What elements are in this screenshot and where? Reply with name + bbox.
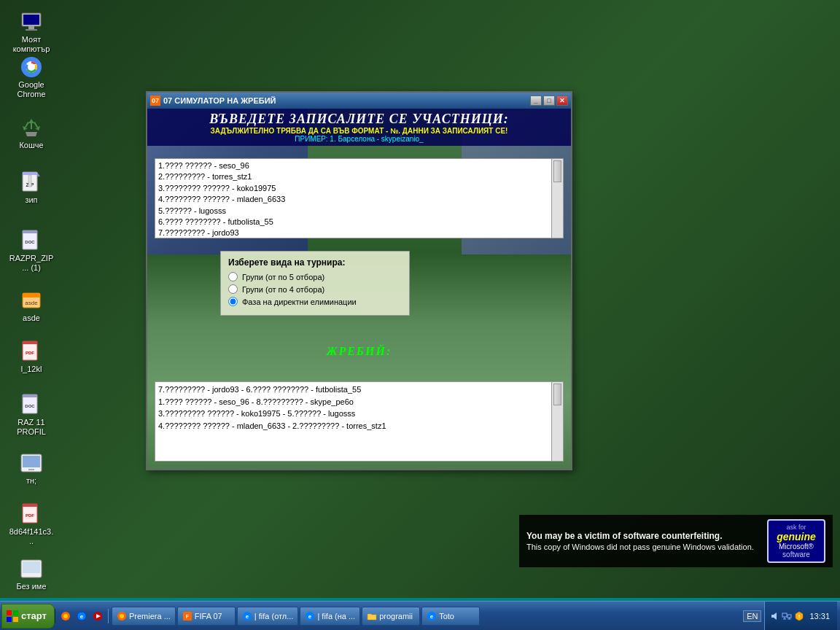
radio-option-4teams[interactable]: Групи (от по 4 отбора)	[228, 284, 402, 294]
title-bar-left: 07 07 СИМУЛАТОР НА ЖРЕБИЙ	[150, 96, 276, 106]
svg-text:e: e	[246, 613, 249, 620]
svg-text:asde: asde	[25, 300, 38, 306]
radio-option-5teams[interactable]: Групи (от по 5 отбора)	[228, 272, 402, 281]
svg-rect-33	[7, 617, 12, 622]
taskbar-item-premiera[interactable]: Premiera ...	[112, 607, 176, 626]
taskbar-fifa-otl-label: | fifa (отл...	[254, 612, 294, 621]
notification-area: ! 13:31	[764, 602, 837, 630]
genuine-body: This copy of Windows did not pass genuin…	[526, 542, 761, 551]
svg-text:DOC: DOC	[25, 404, 35, 408]
participants-scrollbar-thumb[interactable]	[553, 160, 561, 182]
svg-text:e: e	[80, 613, 84, 620]
desktop-icon-mycomputer[interactable]: Моят компютър	[6, 7, 57, 57]
radio-elimination[interactable]	[228, 297, 238, 306]
asde-icon: asde	[20, 289, 43, 312]
quicklaunch: e	[55, 609, 109, 623]
title-bar[interactable]: 07 07 СИМУЛАТОР НА ЖРЕБИЙ _ □ ✕	[147, 93, 571, 109]
participants-scrollbar[interactable]	[551, 159, 563, 238]
ql-ie[interactable]: e	[74, 609, 89, 623]
svg-point-36	[63, 614, 68, 618]
svg-point-42	[120, 614, 124, 618]
desktop-icon-recycle[interactable]: Кошче	[6, 113, 57, 153]
participants-textarea[interactable]	[155, 159, 563, 238]
8d64-label: 8d64f141c3...	[9, 527, 54, 546]
desktop-icon-zip1[interactable]: ZIP зип	[6, 168, 57, 208]
taskbar-item-fifa07[interactable]: F FIFA 07	[177, 607, 236, 626]
time-display: 13:31	[809, 612, 830, 621]
language-indicator[interactable]: EN	[743, 610, 761, 622]
title-buttons: _ □ ✕	[530, 96, 568, 106]
svg-text:F: F	[186, 614, 190, 619]
participants-area[interactable]	[155, 158, 564, 238]
desktop-icon-l12k[interactable]: PDF l_12kl	[6, 337, 57, 377]
ql-firefox[interactable]	[58, 609, 73, 623]
taskbar-programii-label: programii	[379, 612, 413, 621]
window-title: 07 СИМУЛАТОР НА ЖРЕБИЙ	[163, 96, 276, 105]
svg-rect-30	[23, 561, 40, 573]
asde-label: asde	[23, 314, 40, 323]
genuine-software: software	[774, 551, 818, 559]
fifa-taskbar-icon: F	[182, 611, 192, 621]
svg-rect-32	[13, 610, 18, 615]
8d64-icon: PDF	[20, 502, 43, 526]
genuine-badge[interactable]: ask for genuine Microsoft® software	[767, 519, 825, 563]
svg-rect-21	[23, 394, 37, 397]
tray-icon-3[interactable]: !	[794, 611, 804, 621]
ie-icon: e	[77, 611, 87, 621]
tn-icon	[20, 451, 43, 475]
tournament-select-title: Изберете вида на турнира:	[228, 257, 402, 268]
app-main-title: ВЪВЕДЕТЕ ЗАПИСАЛИТЕ СЕ УЧАСТНИЦИ:	[150, 112, 568, 127]
svg-rect-8	[23, 172, 37, 175]
maximize-button[interactable]: □	[543, 96, 555, 106]
svg-rect-3	[26, 29, 37, 31]
taskbar-items: Premiera ... F FIFA 07 e | fifa (отл... …	[109, 607, 740, 626]
radio-option-elimination[interactable]: Фаза на директни елиминации	[228, 297, 402, 306]
results-scrollbar-thumb[interactable]	[553, 384, 561, 405]
taskbar-item-fifa-na[interactable]: e | fifa (на ...	[300, 607, 360, 626]
results-area[interactable]: 7.????????? - jordo93 - 6.???? ???????? …	[155, 381, 564, 462]
results-scrollbar[interactable]	[551, 382, 563, 461]
desktop-icon-8d64[interactable]: PDF 8d64f141c3...	[6, 499, 57, 549]
desktop-icon-bezime[interactable]: Без име	[6, 554, 57, 594]
app-content: ВЪВЕДЕТЕ ЗАПИСАЛИТЕ СЕ УЧАСТНИЦИ: ЗАДЪЛЖ…	[147, 109, 571, 469]
desktop-icon-razpr[interactable]: DOC RAZPR_ZIP... (1)	[6, 226, 57, 276]
raz11-icon: DOC	[20, 393, 43, 416]
ql-media[interactable]	[90, 609, 105, 623]
svg-text:PDF: PDF	[26, 513, 34, 518]
desktop: Моят компютър Google Chrome Кошче ZIP	[0, 0, 840, 598]
genuine-ask-for: ask for	[774, 524, 818, 531]
taskbar-item-programii[interactable]: programii	[362, 607, 420, 626]
desktop-icon-tn[interactable]: тн;	[6, 448, 57, 489]
tray-icon-2[interactable]	[782, 611, 792, 621]
svg-point-6	[28, 63, 35, 71]
start-button[interactable]: старт	[1, 604, 55, 629]
tray-icon-1[interactable]	[769, 611, 779, 621]
svg-rect-2	[28, 26, 34, 29]
zip1-icon: ZIP	[20, 171, 43, 194]
zip1-label: зип	[25, 195, 37, 205]
taskbar-fifa-na-label: | fifa (на ...	[317, 612, 355, 621]
svg-rect-10	[28, 175, 31, 187]
clock[interactable]: 13:31	[806, 612, 833, 621]
taskbar-item-toto[interactable]: e Toto	[421, 607, 480, 626]
desktop-icon-raz11[interactable]: DOC RAZ 11 PROFIL	[6, 390, 57, 440]
taskbar-premiera-label: Premiera ...	[129, 612, 171, 621]
taskbar-fifa07-label: FIFA 07	[195, 612, 222, 621]
desktop-icon-chrome[interactable]: Google Chrome	[6, 52, 57, 102]
folder-taskbar-icon	[367, 611, 377, 621]
radio-4teams[interactable]	[228, 284, 238, 294]
mycomputer-icon	[20, 10, 43, 34]
chrome-icon	[20, 55, 43, 79]
svg-rect-15	[23, 293, 40, 298]
close-button[interactable]: ✕	[556, 96, 568, 106]
taskbar-item-fifa-otl[interactable]: e | fifa (отл...	[237, 607, 299, 626]
firefox-taskbar-icon	[117, 611, 127, 621]
svg-rect-25	[28, 469, 34, 470]
genuine-text: You may be a victim of software counterf…	[526, 531, 761, 551]
app-example: ПРИМЕР: 1. Барселона - skypeizanio_	[150, 135, 568, 143]
desktop-icon-asde[interactable]: asde asde	[6, 286, 57, 326]
app-icon: 07	[150, 96, 160, 106]
bezime-label: Без име	[16, 582, 46, 591]
minimize-button[interactable]: _	[530, 96, 542, 106]
radio-5teams[interactable]	[228, 272, 238, 281]
